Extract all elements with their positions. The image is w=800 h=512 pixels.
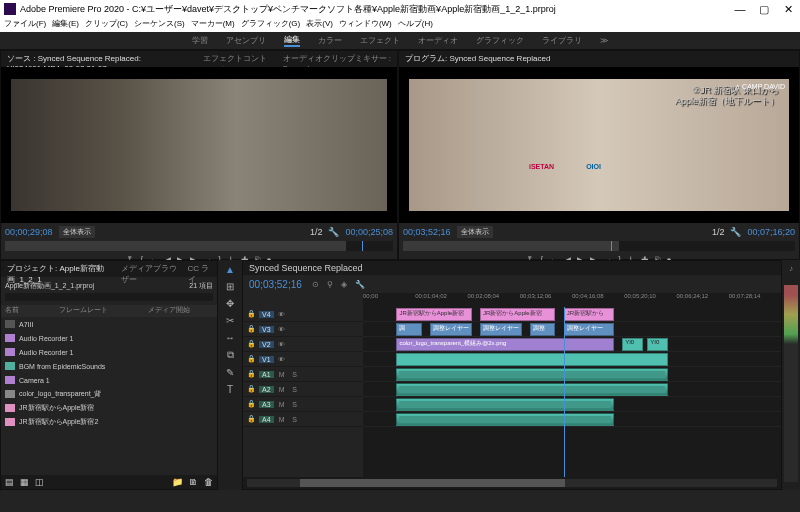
settings-icon[interactable]: 🔧 [328, 227, 339, 237]
lock-icon[interactable]: 🔒 [246, 325, 256, 333]
program-zoom-select[interactable]: 全体表示 [457, 226, 493, 238]
mute-button[interactable]: M [277, 416, 287, 423]
eye-icon[interactable]: 👁 [277, 311, 287, 318]
program-ratio[interactable]: 1/2 [712, 227, 725, 237]
lock-icon[interactable]: 🔒 [246, 355, 256, 363]
program-monitor[interactable]: ②JR 新宿駅 東口からApple新宿（地下ルート） △ CAMP DAVID … [399, 67, 799, 223]
track[interactable]: color_logo_transparent_横組み@2x.pngYI0YI0 [363, 337, 781, 352]
column-header[interactable]: メディア開始 [148, 305, 190, 317]
panel-tab[interactable]: オーディオクリップミキサー : Synced [283, 53, 391, 65]
program-tab[interactable]: プログラム: Synced Sequence Replaced [405, 53, 550, 65]
menu-item[interactable]: ファイル(F) [4, 18, 46, 32]
video-track-header[interactable]: 🔒V2👁 [243, 337, 363, 352]
tool-button[interactable]: ✎ [226, 367, 234, 378]
bin-item[interactable]: Audio Recorder 1 [1, 331, 217, 345]
settings-icon[interactable]: 🔧 [355, 280, 365, 289]
audio-track-header[interactable]: 🔒A2MS [243, 382, 363, 397]
new-item-icon[interactable]: 🗎 [189, 477, 198, 487]
panel-tab[interactable]: ソース : Synced Sequence Replaced: YI034601… [7, 53, 193, 65]
workspace-tab[interactable]: 編集 [284, 34, 300, 47]
audio-track-header[interactable]: 🔒A1MS [243, 367, 363, 382]
workspace-tab[interactable]: アセンブリ [226, 35, 266, 46]
clip[interactable]: 調整レイヤー [430, 323, 472, 336]
tool-button[interactable]: ✂ [226, 315, 234, 326]
tool-button[interactable]: ↔ [225, 332, 235, 343]
track[interactable]: 調調整レイヤー調整レイヤー調整調整レイヤー [363, 322, 781, 337]
tool-button[interactable]: ⧉ [227, 349, 234, 361]
bin-item[interactable]: Audio Recorder 1 [1, 345, 217, 359]
solo-button[interactable]: S [290, 386, 300, 393]
clip[interactable]: YI0 [622, 338, 643, 351]
track-label[interactable]: V1 [259, 356, 274, 363]
source-ratio[interactable]: 1/2 [310, 227, 323, 237]
clip[interactable]: color_logo_transparent_横組み@2x.png [396, 338, 613, 351]
timeline-tab[interactable]: Synced Sequence Replaced [243, 261, 781, 275]
lock-icon[interactable]: 🔒 [246, 400, 256, 408]
settings-icon[interactable]: 🔧 [730, 227, 741, 237]
clip[interactable]: JR新宿からApple新宿 [480, 308, 555, 321]
tool-button[interactable]: ⊞ [226, 281, 234, 292]
project-search-input[interactable] [5, 293, 213, 301]
minimize-button[interactable]: — [732, 3, 748, 16]
eye-icon[interactable]: 👁 [277, 356, 287, 363]
program-tc-in[interactable]: 00;03;52;16 [403, 227, 451, 237]
marker-icon[interactable]: ◈ [341, 280, 347, 289]
lock-icon[interactable]: 🔒 [246, 415, 256, 423]
workspace-tab[interactable]: オーディオ [418, 35, 458, 46]
audio-clip[interactable] [396, 368, 668, 381]
clip[interactable]: JR新宿駅から [564, 308, 614, 321]
workspace-tab[interactable]: 学習 [192, 35, 208, 46]
column-header[interactable]: 名前 [5, 305, 19, 317]
timeline-ruler[interactable]: 00;0000;01;04;0200;02;08;0400;03;12;0600… [363, 293, 781, 307]
bin-item[interactable]: JR新宿駅からApple新宿 [1, 401, 217, 415]
solo-button[interactable]: S [290, 416, 300, 423]
source-zoom-select[interactable]: 全体表示 [59, 226, 95, 238]
program-scrubber[interactable] [403, 241, 795, 251]
workspace-tab[interactable]: エフェクト [360, 35, 400, 46]
audio-track-header[interactable]: 🔒A4MS [243, 412, 363, 427]
bin-list[interactable]: A7IIIAudio Recorder 1Audio Recorder 1BGM… [1, 317, 217, 475]
audio-clip[interactable] [396, 398, 613, 411]
solo-button[interactable]: S [290, 371, 300, 378]
panel-tab[interactable]: メディアブラウザー [121, 263, 178, 275]
track[interactable] [363, 352, 781, 367]
panel-tab[interactable]: CC ライ [188, 263, 211, 275]
mute-button[interactable]: M [277, 371, 287, 378]
tool-button[interactable]: ▲ [225, 264, 235, 275]
clip[interactable]: YI0 [647, 338, 668, 351]
audio-track[interactable] [363, 367, 781, 382]
close-button[interactable]: ✕ [780, 3, 796, 16]
mute-button[interactable]: M [277, 401, 287, 408]
video-track-header[interactable]: 🔒V4👁 [243, 307, 363, 322]
bin-item[interactable]: color_logo_transparent_背 [1, 387, 217, 401]
menu-item[interactable]: グラフィック(G) [241, 18, 301, 32]
lock-icon[interactable]: 🔒 [246, 370, 256, 378]
timeline-tracks[interactable]: JR新宿駅からApple新宿JR新宿からApple新宿JR新宿駅から調調整レイヤ… [363, 307, 781, 477]
maximize-button[interactable]: ▢ [756, 3, 772, 16]
bin-item[interactable]: BGM from EpidemicSounds [1, 359, 217, 373]
audio-track[interactable] [363, 397, 781, 412]
eye-icon[interactable]: 👁 [277, 326, 287, 333]
trash-icon[interactable]: 🗑 [204, 477, 213, 487]
menu-item[interactable]: ウィンドウ(W) [339, 18, 392, 32]
clip[interactable]: JR新宿駅からApple新宿 [396, 308, 471, 321]
lock-icon[interactable]: 🔒 [246, 340, 256, 348]
panel-tab[interactable]: エフェクトコントロール [203, 53, 273, 65]
audio-clip[interactable] [396, 383, 668, 396]
workspace-tab[interactable]: ライブラリ [542, 35, 582, 46]
clip[interactable]: 調整レイヤー [564, 323, 614, 336]
video-track-header[interactable]: 🔒V1👁 [243, 352, 363, 367]
list-view-icon[interactable]: ▤ [5, 477, 14, 487]
track-label[interactable]: A3 [259, 401, 274, 408]
timeline-scrollbar[interactable] [247, 479, 777, 487]
lock-icon[interactable]: 🔒 [246, 310, 256, 318]
source-scrubber[interactable] [5, 241, 393, 251]
workspace-more-icon[interactable]: ≫ [600, 36, 608, 45]
source-monitor[interactable] [1, 67, 397, 223]
audio-track[interactable] [363, 382, 781, 397]
solo-button[interactable]: S [290, 401, 300, 408]
panel-tab[interactable]: プロジェクト: Apple新宿動画_1_2_1 [7, 263, 111, 275]
workspace-tab[interactable]: カラー [318, 35, 342, 46]
source-tc-in[interactable]: 00;00;29;08 [5, 227, 53, 237]
menu-item[interactable]: マーカー(M) [191, 18, 235, 32]
